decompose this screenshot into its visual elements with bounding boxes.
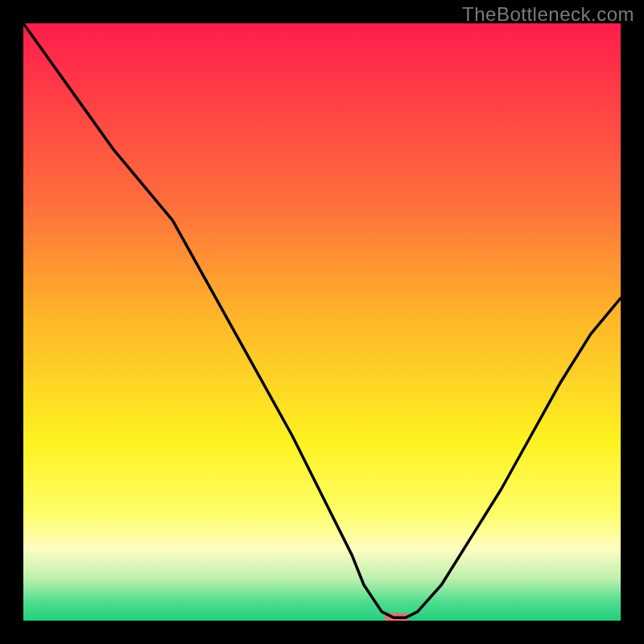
bottleneck-chart (23, 23, 621, 621)
chart-frame: TheBottleneck.com (0, 0, 644, 644)
gradient-background (23, 23, 621, 621)
watermark-text: TheBottleneck.com (462, 3, 634, 26)
plot-area (23, 23, 621, 621)
